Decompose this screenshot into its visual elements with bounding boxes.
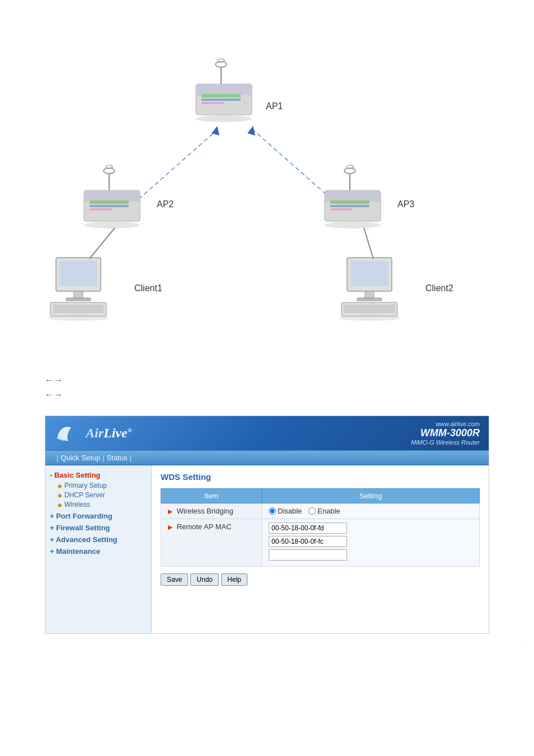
svg-rect-31	[325, 190, 381, 202]
router-content: - Basic Setting ◆ Primary Setup ◆ DHCP S…	[45, 465, 489, 633]
logo-air: Air	[86, 426, 104, 440]
nav-quick-setup[interactable]: Quick Setup	[60, 454, 100, 462]
sidebar-wireless[interactable]: ◆ Wireless	[50, 501, 147, 508]
sidebar-maintenance-section: + Maintenance	[50, 547, 147, 556]
svg-rect-46	[350, 261, 388, 286]
setting-wireless-bridging: Disable Enable	[262, 503, 480, 519]
brand-url: www.airlive.com	[411, 421, 480, 427]
svg-point-51	[339, 315, 400, 321]
footer-dot-symbol: .	[526, 642, 527, 648]
brand-model: WMM-3000R	[411, 427, 480, 439]
arrow-icon-1: ▶	[168, 508, 172, 515]
svg-rect-42	[53, 305, 104, 313]
svg-rect-40	[66, 298, 91, 301]
col-header-item: Item	[161, 489, 262, 503]
svg-rect-47	[365, 291, 374, 298]
router-logo: AirLive®	[54, 422, 132, 445]
help-button[interactable]: Help	[221, 573, 247, 586]
svg-rect-14	[202, 102, 224, 104]
legend-arrow-2: ←→	[45, 390, 63, 400]
sidebar-maintenance[interactable]: + Maintenance	[50, 547, 147, 556]
sidebar: - Basic Setting ◆ Primary Setup ◆ DHCP S…	[45, 465, 152, 633]
svg-rect-50	[344, 305, 395, 313]
item-wireless-bridging: ▶ Wireless Bridging	[161, 503, 262, 519]
logo-reg: ®	[128, 427, 132, 433]
sidebar-primary-setup[interactable]: ◆ Primary Setup	[50, 482, 147, 489]
sidebar-firewall-setting[interactable]: + Firewall Setting	[50, 524, 147, 532]
sidebar-port-forwarding[interactable]: + Port Forwarding	[50, 512, 147, 520]
sidebar-dhcp-server[interactable]: ◆ DHCP Server	[50, 491, 147, 499]
nav-sep-1: |	[57, 454, 58, 462]
wireless-bridging-radio-group: Disable Enable	[269, 507, 472, 515]
arrow-icon-2: ▶	[168, 524, 172, 530]
svg-text:AP1: AP1	[266, 101, 283, 111]
logo-wing-icon	[54, 422, 82, 445]
sidebar-port-forwarding-section: + Port Forwarding	[50, 512, 147, 520]
svg-rect-48	[357, 298, 382, 301]
diamond-icon-3: ◆	[58, 502, 62, 508]
svg-rect-34	[330, 208, 353, 211]
legend-arrow-1: ←→	[45, 375, 63, 385]
radio-disable[interactable]	[269, 507, 276, 515]
svg-text:AP3: AP3	[397, 199, 414, 209]
sidebar-advanced-setting[interactable]: + Advanced Setting	[50, 535, 147, 544]
svg-rect-23	[90, 205, 129, 207]
svg-rect-12	[202, 94, 241, 97]
svg-rect-22	[90, 200, 129, 204]
sidebar-advanced-section: + Advanced Setting	[50, 535, 147, 544]
legend-area: ←→ ←→	[0, 370, 534, 410]
radio-enable-label[interactable]: Enable	[308, 507, 340, 515]
diamond-icon-2: ◆	[58, 492, 62, 498]
svg-rect-38	[59, 261, 97, 286]
mac-input-2[interactable]	[269, 536, 347, 547]
nav-sep-3: |	[129, 454, 131, 462]
col-header-setting: Setting	[262, 489, 480, 503]
svg-rect-39	[74, 291, 83, 298]
logo-text: AirLive®	[86, 426, 132, 441]
network-diagram: AP1 AP2 AP3	[0, 0, 534, 370]
mac-input-3[interactable]	[269, 549, 347, 561]
button-row: Save Undo Help	[161, 573, 480, 586]
settings-table: Item Setting ▶ Wireless Bridging	[161, 488, 480, 567]
router-nav: | Quick Setup | Status |	[45, 450, 489, 465]
svg-text:Client2: Client2	[425, 283, 453, 293]
svg-point-43	[48, 315, 109, 321]
radio-enable[interactable]	[308, 507, 316, 515]
svg-rect-21	[84, 190, 140, 202]
diamond-icon-1: ◆	[58, 483, 62, 489]
mac-input-1[interactable]	[269, 522, 347, 534]
save-button[interactable]: Save	[161, 573, 188, 586]
nav-status[interactable]: Status	[107, 454, 128, 462]
router-brand: www.airlive.com WMM-3000R MiMO-G Wireles…	[411, 421, 480, 446]
svg-text:AP2: AP2	[157, 199, 174, 209]
legend-item-2: ←→	[45, 390, 489, 400]
undo-button[interactable]: Undo	[190, 573, 219, 586]
sidebar-basic-setting-section: - Basic Setting ◆ Primary Setup ◆ DHCP S…	[50, 471, 147, 508]
logo-live: Live	[104, 426, 128, 440]
svg-point-35	[325, 222, 381, 228]
table-row-remote-ap-mac: ▶ Remote AP MAC	[161, 519, 480, 567]
nav-sep-2: |	[102, 454, 104, 462]
radio-disable-label[interactable]: Disable	[269, 507, 302, 515]
svg-rect-32	[330, 200, 369, 204]
svg-text:Client1: Client1	[134, 283, 162, 293]
setting-remote-ap-mac	[262, 519, 480, 567]
footer: .	[0, 640, 534, 650]
svg-rect-11	[196, 84, 252, 95]
svg-point-15	[196, 115, 252, 122]
svg-rect-33	[330, 205, 369, 207]
svg-point-25	[84, 222, 140, 228]
table-row-wireless-bridging: ▶ Wireless Bridging Disable	[161, 503, 480, 519]
brand-desc: MiMO-G Wireless Router	[411, 439, 480, 446]
sidebar-firewall-section: + Firewall Setting	[50, 524, 147, 532]
router-header: AirLive® www.airlive.com WMM-3000R MiMO-…	[45, 416, 489, 450]
svg-rect-13	[202, 99, 241, 101]
legend-item-1: ←→	[45, 375, 489, 385]
item-remote-ap-mac: ▶ Remote AP MAC	[161, 519, 262, 567]
main-panel: WDS Setting Item Setting ▶ Wireless Brid…	[152, 465, 489, 633]
svg-rect-24	[90, 208, 112, 211]
panel-title: WDS Setting	[161, 472, 480, 482]
sidebar-basic-setting[interactable]: - Basic Setting	[50, 471, 147, 479]
router-ui-panel: AirLive® www.airlive.com WMM-3000R MiMO-…	[45, 416, 489, 634]
